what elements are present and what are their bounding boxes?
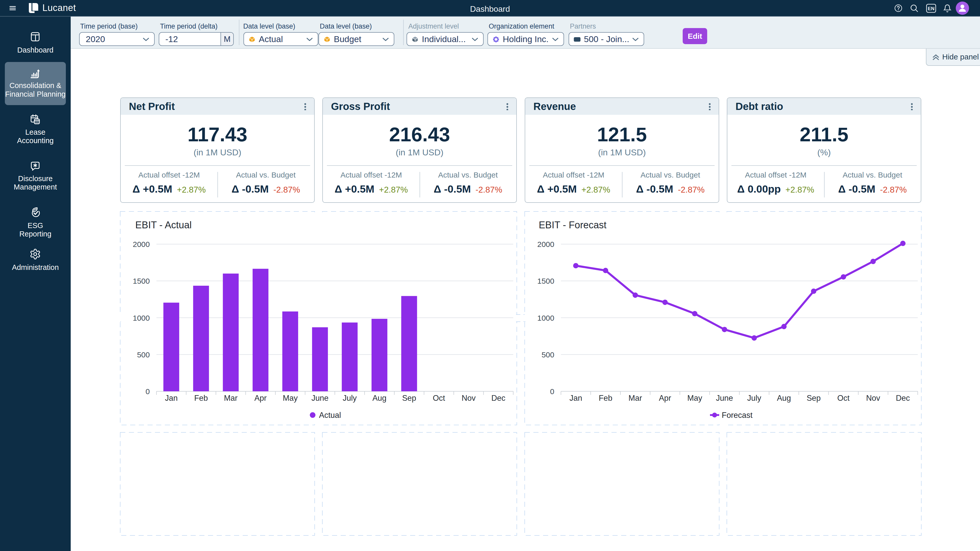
- svg-text:Feb: Feb: [599, 394, 612, 403]
- svg-text:Aug: Aug: [372, 394, 387, 403]
- svg-text:500: 500: [542, 351, 554, 359]
- svg-text:EBIT - Forecast: EBIT - Forecast: [539, 220, 607, 230]
- svg-text:Mar: Mar: [224, 394, 238, 403]
- svg-text:1000: 1000: [537, 314, 554, 322]
- svg-text:Oct: Oct: [837, 394, 850, 403]
- svg-text:Feb: Feb: [194, 394, 208, 403]
- svg-text:Nov: Nov: [866, 394, 880, 403]
- svg-text:2000: 2000: [537, 240, 554, 248]
- svg-text:Apr: Apr: [255, 394, 267, 403]
- svg-text:June: June: [311, 394, 328, 403]
- svg-text:1500: 1500: [133, 277, 150, 285]
- svg-text:June: June: [716, 394, 733, 403]
- svg-text:Sep: Sep: [807, 394, 821, 403]
- svg-text:Nov: Nov: [462, 394, 476, 403]
- svg-text:1500: 1500: [537, 277, 554, 285]
- svg-text:0: 0: [550, 387, 554, 395]
- svg-text:EN: EN: [928, 6, 934, 11]
- svg-text:May: May: [283, 394, 298, 403]
- svg-text:Aug: Aug: [777, 394, 791, 403]
- svg-text:May: May: [687, 394, 702, 403]
- svg-text:Mar: Mar: [628, 394, 642, 403]
- svg-text:Sep: Sep: [402, 394, 416, 403]
- svg-text:July: July: [343, 394, 357, 403]
- svg-text:500: 500: [137, 351, 150, 359]
- svg-text:July: July: [747, 394, 762, 403]
- svg-text:Forecast: Forecast: [722, 411, 752, 420]
- svg-text:Actual: Actual: [319, 411, 341, 420]
- svg-text:0: 0: [145, 387, 150, 395]
- svg-text:EBIT - Actual: EBIT - Actual: [135, 220, 192, 230]
- svg-text:Dec: Dec: [491, 394, 505, 403]
- svg-text:Jan: Jan: [165, 394, 178, 403]
- svg-text:Jan: Jan: [570, 394, 582, 403]
- svg-text:2000: 2000: [133, 240, 150, 248]
- svg-text:1000: 1000: [133, 314, 150, 322]
- svg-text:Apr: Apr: [659, 394, 671, 403]
- svg-text:Dec: Dec: [896, 394, 910, 403]
- svg-text:Oct: Oct: [433, 394, 445, 403]
